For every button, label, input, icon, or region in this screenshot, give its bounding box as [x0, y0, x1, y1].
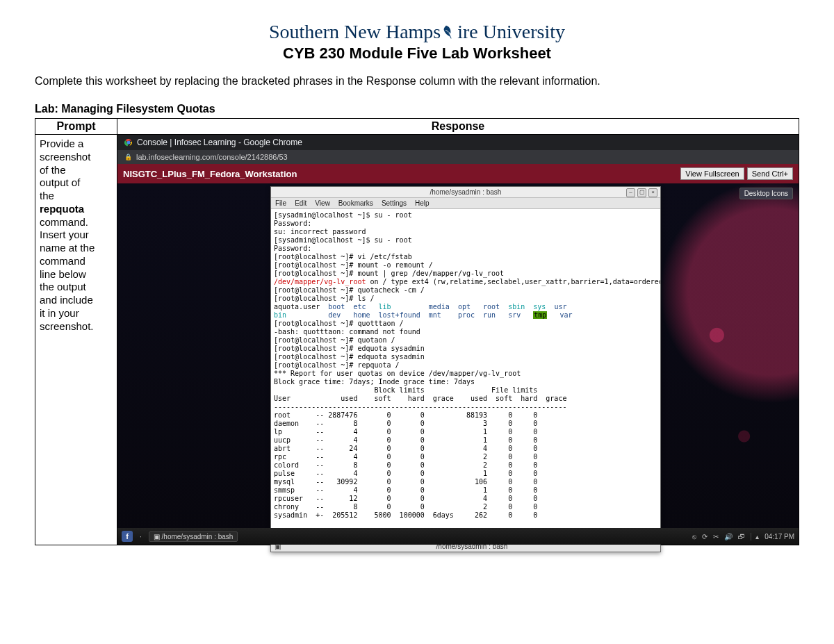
desktop-icons-toggle[interactable]: Desktop Icons: [739, 188, 793, 199]
instructions-text: Complete this worksheet by replacing the…: [35, 75, 799, 88]
menu-view[interactable]: View: [315, 199, 330, 207]
tray-up-icon[interactable]: ▴: [751, 533, 759, 540]
taskbar-separator-icon: ·: [140, 533, 142, 540]
vm-name: NISGTC_LPlus_FM_Fedora_Workstation: [123, 169, 297, 179]
worksheet-table: Prompt Response Provide a screenshot of …: [35, 118, 799, 545]
chrome-window: Console | Infosec Learning - Google Chro…: [117, 135, 799, 545]
menu-settings[interactable]: Settings: [382, 199, 407, 207]
window-close-icon[interactable]: ×: [648, 188, 657, 197]
menu-file[interactable]: File: [275, 199, 286, 207]
chrome-icon: [124, 138, 133, 147]
window-minimize-icon[interactable]: –: [626, 188, 635, 197]
terminal-output[interactable]: [sysadmin@localhost ~]$ su - root Passwo…: [271, 209, 660, 540]
taskbar-app-button[interactable]: ▣ /home/sysadmin : bash: [149, 531, 238, 542]
logo-text-right: ire University: [457, 21, 565, 43]
leaf-icon: [439, 21, 459, 47]
terminal-menubar[interactable]: File Edit View Bookmarks Settings Help: [271, 198, 660, 209]
menu-bookmarks[interactable]: Bookmarks: [338, 199, 373, 207]
chrome-address-bar[interactable]: 🔒 lab.infoseclearning.com/console/214288…: [117, 150, 799, 164]
logo-text-left: Southern New Hamps: [269, 21, 441, 43]
tray-refresh-icon[interactable]: ⟳: [702, 533, 708, 540]
view-fullscreen-button[interactable]: View Fullscreen: [680, 167, 744, 180]
menu-help[interactable]: Help: [415, 199, 430, 207]
send-ctrl-button[interactable]: Send Ctrl+: [747, 167, 793, 180]
remote-desktop[interactable]: Desktop Icons /home/sysadmin : bash – ▢ …: [117, 183, 799, 545]
university-logo: Southern New Hamps ire University: [35, 21, 799, 43]
taskbar-app-icon: ▣: [154, 533, 160, 540]
terminal-window[interactable]: /home/sysadmin : bash – ▢ × File Edit: [270, 186, 661, 552]
chrome-title-text: Console | Infosec Learning - Google Chro…: [137, 138, 302, 147]
window-maximize-icon[interactable]: ▢: [637, 188, 646, 197]
tray-clipboard-icon[interactable]: ✂: [713, 533, 719, 540]
prompt-cell: Provide a screenshot of the output of th…: [35, 135, 117, 545]
response-cell: Console | Infosec Learning - Google Chro…: [117, 135, 799, 545]
tray-network-icon[interactable]: 🗗: [738, 533, 745, 540]
tray-bluetooth-icon[interactable]: ⎋: [692, 533, 696, 540]
th-response: Response: [117, 119, 799, 135]
fedora-menu-icon[interactable]: f: [122, 531, 133, 542]
lock-icon: 🔒: [124, 154, 132, 160]
terminal-titlebar[interactable]: /home/sysadmin : bash – ▢ ×: [271, 187, 660, 198]
os-taskbar[interactable]: f · ▣ /home/sysadmin : bash ⎋ ⟳ ✂: [117, 528, 799, 545]
th-prompt: Prompt: [35, 119, 117, 135]
chrome-url: lab.infoseclearning.com/console/2142886/…: [136, 153, 288, 161]
terminal-title: /home/sysadmin : bash: [430, 188, 502, 196]
tray-volume-icon[interactable]: 🔊: [724, 533, 733, 540]
menu-edit[interactable]: Edit: [295, 199, 306, 207]
taskbar-app-label: /home/sysadmin : bash: [162, 533, 234, 540]
taskbar-clock[interactable]: 04:17 PM: [764, 533, 794, 540]
lab-label: Lab: Managing Filesystem Quotas: [35, 103, 799, 115]
svg-point-0: [127, 141, 131, 145]
doc-title: CYB 230 Module Five Lab Worksheet: [35, 44, 799, 63]
vm-toolbar: NISGTC_LPlus_FM_Fedora_Workstation View …: [117, 164, 799, 183]
chrome-titlebar: Console | Infosec Learning - Google Chro…: [117, 135, 799, 150]
